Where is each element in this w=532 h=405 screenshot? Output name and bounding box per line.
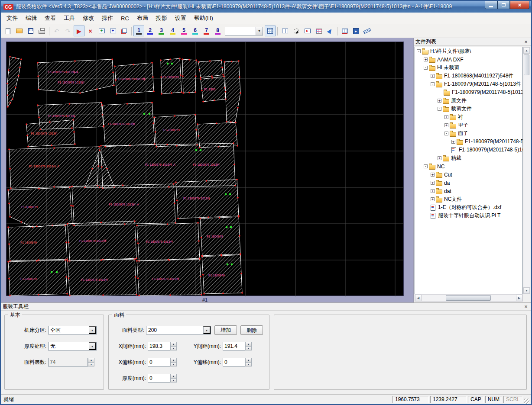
tree-item[interactable]: +AAMA DXF <box>415 55 522 64</box>
expand-icon[interactable]: + <box>438 156 441 160</box>
expand-icon[interactable]: + <box>444 123 448 127</box>
menu-item-3[interactable]: 工具 <box>60 13 79 24</box>
expand-icon[interactable]: + <box>451 140 455 144</box>
tree-item[interactable]: +衬 <box>415 113 522 121</box>
menu-item-4[interactable]: 修改 <box>79 13 98 24</box>
x-spacing-stepper[interactable]: ▲▼ <box>148 342 177 350</box>
x-spacing-input[interactable] <box>148 342 170 350</box>
expand-icon[interactable]: + <box>424 58 428 61</box>
x-offset-stepper[interactable]: ▲▼ <box>148 358 177 366</box>
tree-item[interactable]: -裁剪文件 <box>415 105 522 113</box>
menu-item-6[interactable]: RC <box>117 13 133 23</box>
plaid-match-button[interactable] <box>313 26 324 36</box>
scroll-right-icon[interactable]: ▶ <box>516 295 522 301</box>
spin-up-icon[interactable]: ▲ <box>88 358 94 362</box>
minimize-button[interactable] <box>485 1 497 9</box>
add-button[interactable]: 增加 <box>214 325 237 335</box>
spin-up-icon[interactable]: ▲ <box>170 358 177 362</box>
fabric-type-select[interactable]: 200 ▼ <box>146 326 211 334</box>
pattern-piece[interactable] <box>8 225 67 261</box>
tree-item[interactable]: +Cut <box>415 170 522 179</box>
spin-up-icon[interactable]: ▲ <box>170 342 177 346</box>
y-spacing-input[interactable] <box>223 342 245 350</box>
thickness-input[interactable] <box>148 374 170 382</box>
expand-icon[interactable]: + <box>431 74 435 78</box>
tree-item[interactable]: -面子 <box>415 129 522 138</box>
expand-icon[interactable]: + <box>431 181 435 185</box>
spin-down-icon[interactable]: ▼ <box>88 362 94 366</box>
num-1-button[interactable]: 1 <box>133 26 144 36</box>
tree-item[interactable]: -H:\样片文件\服装\ <box>415 47 522 55</box>
tree-item[interactable]: +精裁 <box>415 154 522 162</box>
expand-icon[interactable]: + <box>431 197 435 201</box>
scroll-up-icon[interactable]: ▲ <box>523 47 530 54</box>
pattern-canvas-svg[interactable]: F1-1800979-1013件-AF1-1800979-1013件F1-180… <box>6 42 404 296</box>
table-edit-button[interactable] <box>339 26 350 36</box>
file-panel-close-icon[interactable]: × <box>522 39 529 45</box>
add-window-button[interactable]: + <box>96 26 107 36</box>
vertical-scroll-thumb[interactable] <box>524 55 529 75</box>
collapse-icon[interactable]: - <box>417 49 421 53</box>
collapse-icon[interactable]: - <box>424 66 428 70</box>
menu-item-7[interactable]: 布局 <box>133 13 152 24</box>
tree-item[interactable]: +F1-1800868(M4011927)548件 <box>415 72 522 80</box>
tree-item[interactable]: 1-E（对称的可以合并）.dxf <box>415 203 522 212</box>
maximize-button[interactable] <box>497 1 510 9</box>
collapse-icon[interactable]: - <box>444 132 448 135</box>
tree-item[interactable]: 服装十字针眼自动认识.PLT <box>415 212 522 220</box>
split-panes-button[interactable] <box>279 26 290 36</box>
redo-button[interactable]: ↷ <box>62 26 73 36</box>
run-button[interactable]: ▶ <box>74 26 84 36</box>
line-style-combo[interactable]: ▼ <box>225 27 263 35</box>
pattern-piece[interactable] <box>8 260 67 296</box>
undo-button[interactable]: ↶ <box>51 26 62 36</box>
y-offset-stepper[interactable]: ▲▼ <box>223 358 252 366</box>
pattern-canvas[interactable]: F1-1800979-1013件-AF1-1800979-1013件F1-180… <box>6 42 404 296</box>
thickness-handling-select[interactable]: 无 ▼ <box>48 342 97 350</box>
pattern-piece[interactable] <box>8 187 72 227</box>
file-tree-vertical-scrollbar[interactable]: ▲ ▼ <box>523 47 530 294</box>
save-button[interactable] <box>25 26 36 36</box>
num-3-button[interactable]: 3 <box>156 26 167 36</box>
num-4-button[interactable]: 4 <box>167 26 178 36</box>
spin-up-icon[interactable]: ▲ <box>245 358 252 362</box>
title-bar[interactable]: CG 服装条格软件 <Ver5.4.3_T823><非售品:JW00000002… <box>1 1 531 13</box>
menu-item-2[interactable]: 查看 <box>41 13 60 24</box>
scroll-down-icon[interactable]: ▼ <box>523 287 530 294</box>
add-window-2-button[interactable]: + <box>107 26 118 36</box>
pattern-piece[interactable] <box>68 259 136 296</box>
tree-item[interactable]: -NC <box>415 162 522 170</box>
tree-item[interactable]: F1-1800979(M2011748-5)1013件-A <box>415 88 522 96</box>
pattern-piece[interactable] <box>198 60 223 77</box>
y-spacing-stepper[interactable]: ▲▼ <box>223 342 252 350</box>
file-tree-horizontal-scrollbar[interactable]: ◀ ▶ <box>415 294 523 302</box>
spin-down-icon[interactable]: ▼ <box>170 362 177 366</box>
spin-up-icon[interactable]: ▲ <box>245 342 252 346</box>
y-offset-input[interactable] <box>223 358 245 366</box>
pattern-piece[interactable] <box>182 59 196 93</box>
thickness-stepper[interactable]: ▲▼ <box>148 374 177 382</box>
pane-arrow-button[interactable]: ► <box>302 26 313 36</box>
kite-tool-button[interactable] <box>324 26 335 36</box>
tree-item[interactable]: +da <box>415 179 522 187</box>
pattern-piece[interactable] <box>137 258 201 296</box>
close-button[interactable]: × <box>510 1 529 9</box>
expand-icon[interactable]: + <box>431 189 435 193</box>
tree-item[interactable]: +原文件 <box>415 96 522 105</box>
x-offset-input[interactable] <box>148 358 170 366</box>
lasso-select-button[interactable] <box>291 26 302 36</box>
fabric-layers-input[interactable] <box>48 358 88 366</box>
delete-button[interactable]: × <box>85 26 96 36</box>
machine-zone-select[interactable]: 全区 ▼ <box>48 326 97 334</box>
spin-down-icon[interactable]: ▼ <box>245 346 252 350</box>
spin-down-icon[interactable]: ▼ <box>170 378 177 382</box>
pattern-piece[interactable] <box>38 59 114 93</box>
num-5-button[interactable]: 5 <box>178 26 189 36</box>
tree-item[interactable]: +F1-1800979(M2011748-5)1013件 <box>415 138 522 146</box>
grid-pen-button[interactable] <box>265 26 276 36</box>
scroll-left-icon[interactable]: ◀ <box>415 295 422 301</box>
tree-item[interactable]: +NC文件 <box>415 195 522 203</box>
tree-item[interactable]: F1-1800979(M2011748-5)1013件-A <box>415 146 522 154</box>
chevron-down-icon[interactable]: ▼ <box>89 326 96 334</box>
tree-item[interactable]: +里子 <box>415 121 522 129</box>
